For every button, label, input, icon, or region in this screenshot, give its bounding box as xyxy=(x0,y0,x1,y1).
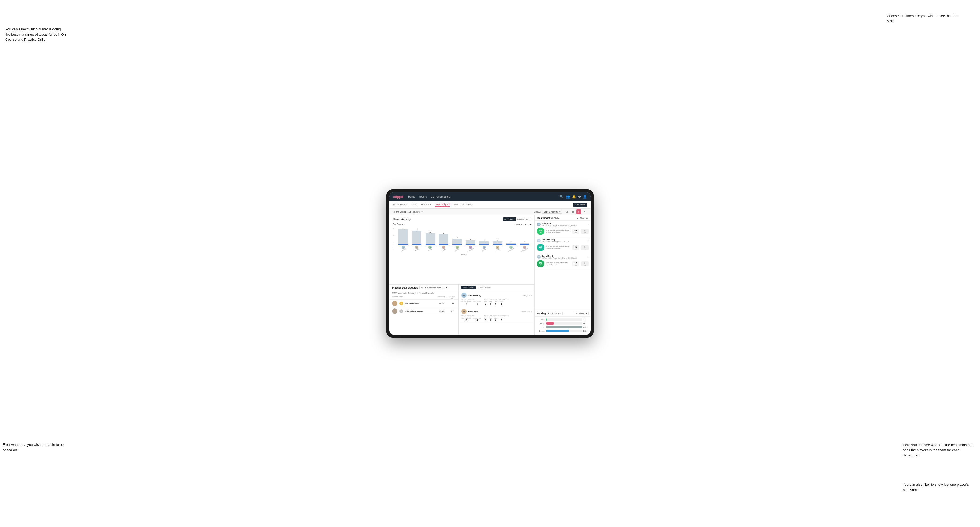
tab-team-clippd[interactable]: Team Clippd xyxy=(435,203,449,207)
edit-icon[interactable]: ✏ xyxy=(421,211,423,213)
toggle-practice-drills[interactable]: Practice Drills xyxy=(515,217,531,221)
activity-toggle-group: On Course Practice Drills xyxy=(503,217,531,221)
view-cards-icon[interactable]: ▦ xyxy=(570,210,575,214)
total-rounds-row: On Course Total Rounds ▾ xyxy=(393,223,531,227)
user-icon[interactable]: 👤 xyxy=(583,195,587,198)
tab-pgat-players[interactable]: PGAT Players xyxy=(393,203,408,206)
scoring-title: Scoring xyxy=(537,312,546,315)
bar-3[interactable] xyxy=(439,234,448,245)
shot-player-info-1: Matt Miller 09 Jun 2023 · Royal North De… xyxy=(542,222,587,227)
view-icons: ⊞ ▦ ♥ ≡ xyxy=(565,210,587,214)
scoring-section: Scoring Par 3, 4 & 5s ▾ All Players ▾ xyxy=(535,310,591,335)
tablet-screen: clippd Home Teams My Performance 🔍 👥 🔔 ⊕… xyxy=(389,192,591,335)
shot-player-name-3: David Ford xyxy=(542,255,587,257)
total-rounds-group-1: Total Rounds Tournament 7 Practice xyxy=(461,299,481,305)
scoring-label-eagles: Eagles xyxy=(537,319,546,321)
bar-7[interactable] xyxy=(493,241,502,245)
shot-course-1: 09 Jun 2023 · Royal North Devon GC, Hole… xyxy=(542,225,587,227)
tab-tour[interactable]: Tour xyxy=(453,203,458,206)
view-grid-icon[interactable]: ⊞ xyxy=(565,210,570,214)
bar-label-4: 5 xyxy=(457,237,458,239)
scoring-row-birdies: Birdies 96 xyxy=(537,322,589,325)
add-team-button[interactable]: Add Team xyxy=(573,203,587,207)
shot-course-2: 23 Jul 2023 · Ashridge GC, Hole 15 xyxy=(542,241,587,243)
show-dropdown[interactable]: Last 3 months ▾ xyxy=(542,210,562,214)
active-player-item-1[interactable]: BM Blair McHarg 26 Aug 2023 Total Rounds xyxy=(458,291,534,307)
bar-6[interactable] xyxy=(479,241,488,245)
bar-4[interactable] xyxy=(452,239,462,245)
shot-badge-3: 198 SG xyxy=(537,260,544,268)
shot-stats-row-2: 200 SG Shot Dist: 43 yds Start Lie: Roug… xyxy=(537,244,589,251)
total-rounds-group-2: Total Rounds Tournament 8 Practice xyxy=(461,315,481,322)
shot-item-3[interactable]: DF David Ford 24 Aug 2023 · Royal North … xyxy=(535,253,591,269)
bar-group-8: 2 xyxy=(504,227,518,245)
toggle-on-course[interactable]: On Course xyxy=(503,217,515,221)
total-practice-group-1: Total Practice Activities GTT 0 APP xyxy=(484,299,509,305)
scoring-chart: Eagles 3 Birdies xyxy=(535,317,591,335)
bar-8[interactable] xyxy=(506,243,515,245)
bar-label-2: 10 xyxy=(429,231,431,233)
scoring-bar-birdies xyxy=(546,322,554,325)
tablet-device: clippd Home Teams My Performance 🔍 👥 🔔 ⊕… xyxy=(386,189,594,338)
bar-group-2: 10 xyxy=(423,227,437,245)
bar-2[interactable] xyxy=(426,233,435,245)
sub-nav: PGAT Players PGA Hcaps 1-5 Team Clippd T… xyxy=(389,201,591,209)
bell-icon[interactable]: 🔔 xyxy=(572,195,576,198)
tab-all-players[interactable]: All Players xyxy=(461,203,473,206)
active-date-1: 26 Aug 2023 xyxy=(522,294,531,296)
tab-pga[interactable]: PGA xyxy=(412,203,417,206)
users-icon[interactable]: 👥 xyxy=(566,195,570,198)
practice-panel: Practice Leaderboards PUTT Must Make Put… xyxy=(389,284,458,335)
all-players-dropdown[interactable]: All Players ▾ xyxy=(578,217,588,219)
search-icon[interactable]: 🔍 xyxy=(560,195,564,198)
view-list-icon[interactable]: ≡ xyxy=(582,210,587,214)
best-shots-title: Best Shots xyxy=(538,217,550,219)
active-player-item-2[interactable]: RB Rees Britt 02 Sep 2023 Total Rounds xyxy=(458,307,534,323)
bar-5[interactable] xyxy=(466,240,475,245)
total-rounds-dropdown[interactable]: ▾ xyxy=(530,224,531,226)
x-label-0: BB. McHarg xyxy=(396,246,410,251)
rank-badge-2: 2 xyxy=(399,309,403,313)
y-5: 5 xyxy=(393,242,395,243)
annotation-bottom-right-2: You can also filter to show just one pla… xyxy=(903,482,975,492)
nav-my-performance[interactable]: My Performance xyxy=(430,195,450,198)
practice-row-2[interactable]: 2 Edward Crossman 18/20 107 xyxy=(389,307,458,315)
tab-hcaps[interactable]: Hcaps 1-5 xyxy=(420,203,431,206)
shot-stats-row-1: 200 SG Shot Dist: 67 yds Start Lie: Roug… xyxy=(537,227,589,235)
tab-most-active[interactable]: Most Active xyxy=(461,286,476,289)
chevron-right-1: › xyxy=(588,223,589,226)
bar-label-7: 3 xyxy=(497,240,498,241)
practice-row-1[interactable]: 1 Richard Butler 19/20 110 xyxy=(389,300,458,307)
practice-dropdown[interactable]: PUTT Must Make Putting ... ▾ xyxy=(419,286,448,289)
th-pb-score: PB SCORE xyxy=(438,296,446,299)
scoring-filter-1[interactable]: Par 3, 4 & 5s ▾ xyxy=(547,312,563,315)
bar-1[interactable] xyxy=(412,231,421,245)
all-shots-dropdown[interactable]: All Shots ▾ xyxy=(551,217,560,219)
stat-pill-2a: 43 yds xyxy=(572,245,579,250)
bar-group-1: 12 xyxy=(410,227,423,245)
active-player-top-2: RB Rees Britt 02 Sep 2023 xyxy=(461,309,531,314)
tab-least-active[interactable]: Least Active xyxy=(477,286,492,289)
shot-item-2[interactable]: BM Blair McHarg 23 Jul 2023 · Ashridge G… xyxy=(535,237,591,253)
view-heart-icon[interactable]: ♥ xyxy=(576,210,581,214)
active-avatar-2: RB xyxy=(461,309,466,314)
shot-item-1[interactable]: MM Matt Miller 09 Jun 2023 · Royal North… xyxy=(535,221,591,237)
active-stats-2: Total Rounds Tournament 8 Practice xyxy=(461,315,531,322)
shot-stats-row-3: 198 SG Shot Dist: 16 yds Start Lie: End … xyxy=(537,260,589,268)
plus-icon[interactable]: ⊕ xyxy=(578,195,581,198)
nav-teams[interactable]: Teams xyxy=(419,195,426,198)
stat-pill-1a: 67 yds xyxy=(572,229,579,234)
shot-player-name-2: Blair McHarg xyxy=(542,238,587,241)
shot-player-info-2: Blair McHarg 23 Jul 2023 · Ashridge GC, … xyxy=(542,238,587,243)
page-wrapper: You can select which player is doing the… xyxy=(0,0,980,527)
bar-9[interactable] xyxy=(520,243,529,245)
show-label: Show: xyxy=(534,211,541,213)
bar-group-9: 2 xyxy=(518,227,531,245)
bar-0[interactable] xyxy=(398,229,408,245)
annotation-bottom-left: Filter what data you wish the table to b… xyxy=(3,442,64,452)
scoring-filter-2[interactable]: All Players ▾ xyxy=(575,312,589,315)
bar-label-0: 13 xyxy=(402,227,404,229)
nav-home[interactable]: Home xyxy=(408,195,415,198)
chart-x-labels: BB. McHargBB. BrittDD. FordJJ. ColesEE. … xyxy=(396,245,531,251)
bar-group-3: 9 xyxy=(437,227,450,245)
